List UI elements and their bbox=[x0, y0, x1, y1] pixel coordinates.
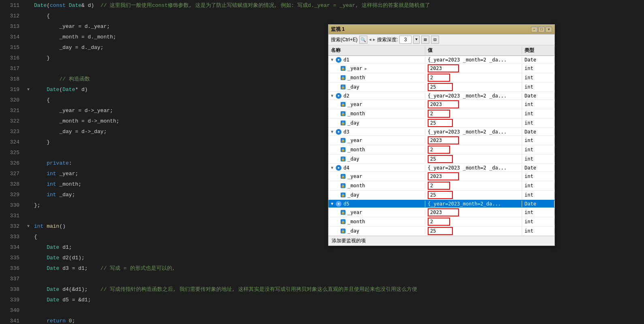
watch-footer[interactable]: 添加要监视的项 bbox=[328, 236, 554, 246]
watch-search-label: 搜索(Ctrl+E) bbox=[331, 36, 358, 43]
watch-arrow-left[interactable]: ◀ bbox=[369, 37, 371, 42]
code-line-338: 338 Date d4(&d1); // 写成传指针的构造函数之后, 我们需要传… bbox=[0, 284, 644, 294]
watch-restore-button[interactable]: □ bbox=[538, 27, 545, 32]
watch-col-value: 值 bbox=[425, 46, 522, 55]
watch-row-d4[interactable]: ▼ ◆ d4 {_year=2023 _month=2 _da... Date bbox=[328, 164, 554, 172]
watch-row-d4-day: 🔒 _day 25 int bbox=[328, 191, 554, 200]
watch-row-d4-month: 🔒 _month 2 int bbox=[328, 181, 554, 191]
watch-title: 监视 1 bbox=[331, 26, 345, 33]
watch-arrow-right[interactable]: ▶ bbox=[373, 37, 375, 42]
watch-row-d2[interactable]: ▼ ◆ d2 {_year=2023 _month=2 _da... Date bbox=[328, 92, 554, 100]
d5-icon: ◆ bbox=[336, 201, 341, 207]
d3-icon: ◆ bbox=[336, 129, 341, 135]
d1-year-icon: 🔒 bbox=[341, 66, 345, 71]
watch-search-icon[interactable]: 🔍 bbox=[359, 36, 367, 44]
watch-row-d2-year: 🔒 _year 2023 int bbox=[328, 100, 554, 109]
watch-toolbar: 搜索(Ctrl+E) 🔍 ◀ ▶ 搜索深度: ▼ ⊞ ⊟ bbox=[328, 34, 554, 45]
watch-col-name: 名称 bbox=[328, 46, 425, 55]
code-line-339: 339 Date d5 = &d1; bbox=[0, 294, 644, 305]
watch-panel: 监视 1 − □ ✕ 搜索(Ctrl+E) 🔍 ◀ ▶ 搜索深度: ▼ ⊞ ⊟ … bbox=[328, 24, 555, 246]
watch-row-d5-year: 🔒 _year 2023 int bbox=[328, 208, 554, 217]
watch-row-d3-year: 🔒 _year 2023 int bbox=[328, 136, 554, 145]
d2-icon: ◆ bbox=[336, 93, 341, 99]
watch-depth-input[interactable] bbox=[399, 36, 412, 44]
watch-close-button[interactable]: ✕ bbox=[546, 27, 552, 32]
code-line-340: 340 bbox=[0, 305, 644, 316]
code-line-312: 312 { bbox=[0, 11, 644, 21]
watch-row-d5-day: 🔒 _day 25 int bbox=[328, 227, 554, 236]
watch-depth-dropdown[interactable]: ▼ bbox=[413, 36, 420, 44]
watch-col-type: 类型 bbox=[522, 46, 554, 55]
watch-row-d1[interactable]: ▼ ◆ d1 {_year=2023 _month=2 _da... Date bbox=[328, 56, 554, 64]
watch-extra-btn2[interactable]: ⊟ bbox=[431, 36, 439, 44]
watch-row-d5-month: 🔒 _month 2 int bbox=[328, 217, 554, 227]
watch-row-d3-month: 🔒 _month 2 int bbox=[328, 145, 554, 155]
watch-row-d3[interactable]: ▼ ◆ d3 {_year=2023 _month=2 _da... Date bbox=[328, 128, 554, 136]
watch-row-d1-day: 🔒 _day 25 int bbox=[328, 83, 554, 92]
watch-extra-btn1[interactable]: ⊞ bbox=[421, 36, 429, 44]
watch-row-d1-year: 🔒 _year ▶ 2023 int bbox=[328, 64, 554, 73]
watch-row-d5[interactable]: ▼ ◆ d5 {_year=2023_month=2_da... Date bbox=[328, 200, 554, 208]
watch-row-d3-day: 🔒 _day 25 int bbox=[328, 155, 554, 164]
watch-row-d2-day: 🔒 _day 25 int bbox=[328, 119, 554, 128]
d1-day-icon: 🔒 bbox=[341, 85, 345, 89]
watch-minimize-button[interactable]: − bbox=[531, 27, 537, 32]
code-line-335: 335 Date d2(d1); bbox=[0, 252, 644, 263]
d4-icon: ◆ bbox=[336, 165, 341, 171]
watch-row-d2-month: 🔒 _month 2 int bbox=[328, 109, 554, 119]
watch-body: ▼ ◆ d1 {_year=2023 _month=2 _da... Date … bbox=[328, 56, 554, 236]
watch-table-header: 名称 值 类型 bbox=[328, 45, 554, 56]
d1-icon: ◆ bbox=[336, 57, 341, 63]
code-line-336: 336 Date d3 = d1; // 写成 = 的形式也是可以的, bbox=[0, 263, 644, 273]
d1-month-icon: 🔒 bbox=[341, 75, 345, 80]
watch-window-controls: − □ ✕ bbox=[531, 27, 552, 32]
watch-row-d4-year: 🔒 _year 2023 int bbox=[328, 172, 554, 181]
code-line-337: 337 bbox=[0, 273, 644, 284]
watch-titlebar: 监视 1 − □ ✕ bbox=[328, 25, 554, 34]
code-line-311: 311 Date(const Date& d) // 这里我们一般使用const… bbox=[0, 0, 644, 11]
watch-depth-label: 搜索深度: bbox=[377, 36, 398, 43]
d1-year-expand[interactable]: ▶ bbox=[365, 66, 367, 71]
watch-add-item[interactable]: 添加要监视的项 bbox=[332, 238, 366, 244]
watch-row-d1-month: 🔒 _month 2 int bbox=[328, 73, 554, 83]
